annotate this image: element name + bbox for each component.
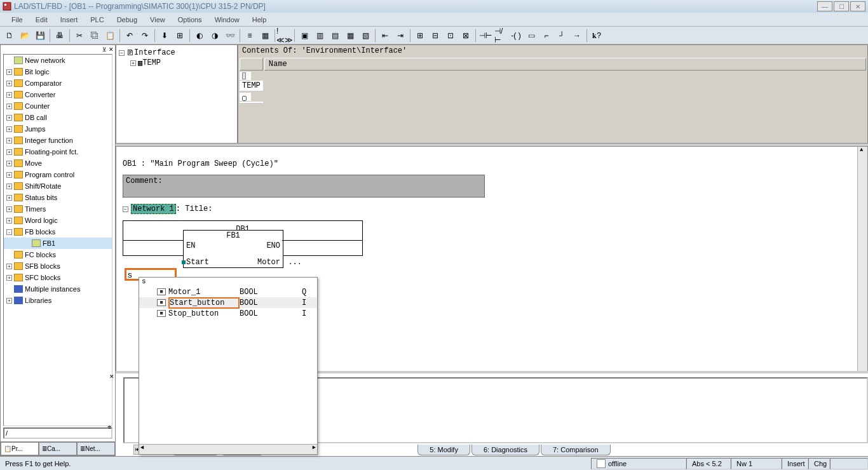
tree-item-fc-blocks[interactable]: FC blocks — [4, 249, 112, 260]
network-title-label[interactable]: : Title: — [176, 205, 213, 213]
undo-icon[interactable]: ↶ — [123, 29, 137, 43]
comment-box[interactable]: Comment: — [123, 175, 485, 198]
tab-modify[interactable]: 5: Modify — [417, 445, 470, 455]
expand-icon[interactable]: + — [6, 298, 12, 304]
open-icon[interactable]: 📂 — [18, 29, 32, 43]
new-icon[interactable]: 🗋 — [3, 29, 17, 43]
expand-icon[interactable]: + — [6, 275, 12, 281]
nav2-icon[interactable]: ⇥ — [393, 29, 407, 43]
menu-window[interactable]: Window — [208, 15, 246, 25]
glasses-icon[interactable]: 👓 — [223, 29, 237, 43]
expand-icon[interactable]: + — [6, 104, 12, 109]
redo-icon[interactable]: ↷ — [138, 29, 152, 43]
help-icon[interactable]: 𝐤? — [590, 29, 604, 43]
tree-item-jumps[interactable]: +Jumps — [4, 123, 112, 135]
win3-icon[interactable]: ▤ — [328, 29, 342, 43]
tree-item-db-call[interactable]: +DB call — [4, 112, 112, 123]
fb-block[interactable]: FB1 EN ENO Start Motor ... — [183, 230, 283, 268]
tree-item-word-logic[interactable]: +Word logic — [4, 215, 112, 226]
tree-item-status-bits[interactable]: +Status bits — [4, 192, 112, 203]
tree-item-integer-function[interactable]: +Integer function — [4, 135, 112, 146]
autocomplete-popup[interactable]: s ▦Motor_1BOOLQ▦Start_buttonBOOLI▦Stop_b… — [139, 277, 318, 455]
tree-item-program-control[interactable]: +Program control — [4, 169, 112, 180]
save-icon[interactable]: 💾 — [33, 29, 47, 43]
expand-icon[interactable]: + — [6, 195, 12, 201]
expand-icon[interactable]: - — [6, 229, 12, 235]
tree-item-bit-logic[interactable]: +Bit logic — [4, 66, 112, 77]
menu-view[interactable]: View — [144, 15, 172, 25]
expand-icon[interactable]: + — [6, 218, 12, 224]
row-temp[interactable]: TEMP — [240, 81, 263, 91]
expand-icon[interactable]: + — [6, 264, 12, 269]
catalog-tree[interactable]: New network+Bit logic+Comparator+Convert… — [3, 54, 112, 426]
expand-icon[interactable]: + — [6, 206, 12, 212]
symbol-row-stop_button[interactable]: ▦Stop_buttonBOOLI — [139, 308, 317, 319]
network-collapse-icon[interactable]: − — [123, 206, 128, 212]
coil-icon[interactable]: -( ) — [509, 29, 523, 43]
branch-close-icon[interactable]: ┘ — [555, 29, 569, 43]
output-close-icon[interactable]: ✕ — [109, 373, 114, 380]
col-name[interactable]: Name — [264, 58, 866, 70]
conn-icon[interactable]: → — [570, 29, 584, 43]
filter-input[interactable] — [3, 427, 112, 439]
expand-icon[interactable]: + — [6, 81, 12, 86]
list-icon[interactable]: ≡ — [243, 29, 257, 43]
monitor-icon[interactable]: ⊞ — [173, 29, 187, 43]
tree-item-sfc-blocks[interactable]: +SFC blocks — [4, 272, 112, 283]
paste-icon[interactable]: 📋 — [103, 29, 117, 43]
expand-icon[interactable]: + — [6, 161, 12, 166]
box-icon[interactable]: ▭ — [524, 29, 538, 43]
tree-item-libraries[interactable]: +Libraries — [4, 295, 112, 306]
cut-icon[interactable]: ✂ — [72, 29, 86, 43]
tree-item-fb-blocks[interactable]: -FB blocks — [4, 226, 112, 238]
toggle1-icon[interactable]: ◐ — [193, 29, 207, 43]
contact-nc-icon[interactable]: ⊣/⊢ — [494, 29, 508, 43]
notenclosed-icon[interactable]: !≪≫ — [278, 29, 292, 43]
win1-icon[interactable]: ▣ — [297, 29, 311, 43]
copy-icon[interactable]: ⿻ — [88, 29, 102, 43]
win2-icon[interactable]: ▥ — [313, 29, 327, 43]
menu-plc[interactable]: PLC — [84, 15, 110, 25]
symbol-row-motor_1[interactable]: ▦Motor_1BOOLQ — [139, 286, 317, 297]
tree-item-converter[interactable]: +Converter — [4, 89, 112, 100]
tab-diagnostics[interactable]: 6: Diagnostics — [471, 445, 539, 455]
menu-options[interactable]: Options — [172, 15, 208, 25]
expand-icon[interactable]: + — [6, 69, 12, 75]
tree-item-shift-rotate[interactable]: +Shift/Rotate — [4, 180, 112, 192]
net2-icon[interactable]: ⊟ — [428, 29, 442, 43]
win4-icon[interactable]: ▦ — [343, 29, 357, 43]
menu-edit[interactable]: Edit — [29, 15, 54, 25]
win5-icon[interactable]: ▧ — [358, 29, 372, 43]
nav1-icon[interactable]: ⇤ — [378, 29, 392, 43]
tab-comparison[interactable]: 7: Comparison — [541, 445, 611, 455]
expand-icon[interactable]: + — [6, 92, 12, 98]
menu-help[interactable]: Help — [246, 15, 273, 25]
detail-icon[interactable]: ▦ — [258, 29, 272, 43]
panel-close-icon[interactable]: ⊻ ✕ — [102, 46, 114, 53]
net3-icon[interactable]: ⊡ — [444, 29, 458, 43]
tree-item-move[interactable]: +Move — [4, 158, 112, 169]
filter-stepper[interactable]: ≑ — [107, 424, 112, 430]
menu-debug[interactable]: Debug — [111, 15, 144, 25]
toggle2-icon[interactable]: ◑ — [208, 29, 222, 43]
menu-insert[interactable]: Insert — [54, 15, 85, 25]
expand-icon[interactable]: + — [130, 60, 136, 66]
tab-call[interactable]: ≣ Ca... — [39, 442, 77, 455]
tree-item-timers[interactable]: +Timers — [4, 203, 112, 215]
net1-icon[interactable]: ⊞ — [413, 29, 427, 43]
expand-icon[interactable]: + — [6, 149, 12, 155]
tree-item-multiple-instances[interactable]: Multiple instances — [4, 283, 112, 295]
expand-icon[interactable]: − — [119, 50, 125, 56]
expand-icon[interactable]: + — [6, 184, 12, 189]
interface-tree[interactable]: − 🖹 Interface + ▦ TEMP — [116, 44, 238, 144]
popup-hscrollbar[interactable] — [139, 444, 317, 454]
tree-item-counter[interactable]: +Counter — [4, 100, 112, 112]
network-label[interactable]: Network 1 — [131, 204, 176, 214]
tree-item-fb1[interactable]: FB1 — [4, 238, 112, 249]
download-icon[interactable]: ⬇ — [158, 29, 172, 43]
tree-item-floating-point-fct-[interactable]: +Floating-point fct. — [4, 146, 112, 158]
tab-net[interactable]: ≣ Net... — [77, 442, 115, 455]
ladder-network[interactable]: DB1 FB1 EN ENO Start Motor ... — [123, 220, 363, 256]
tree-item-comparator[interactable]: +Comparator — [4, 77, 112, 89]
tab-program[interactable]: 📋 Pr... — [1, 442, 39, 455]
